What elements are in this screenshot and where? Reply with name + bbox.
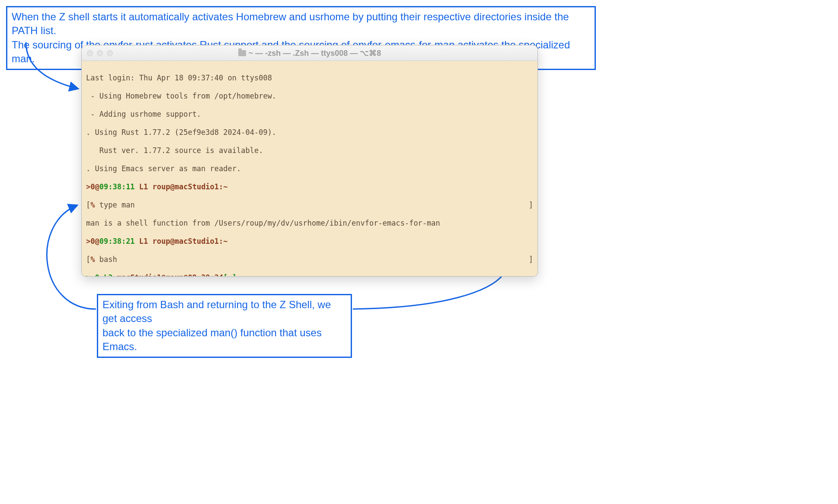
window-titlebar[interactable]: ~ — -zsh — .Zsh — ttys008 — ⌥⌘8 (82, 45, 537, 61)
annotation-bot-line1: Exiting from Bash and returning to the Z… (102, 298, 346, 326)
folder-icon (238, 50, 246, 56)
term-line: Rust ver. 1.77.2 source is available. (86, 146, 533, 155)
term-line: Last login: Thu Apr 18 09:37:40 on ttys0… (86, 73, 533, 83)
terminal-body[interactable]: Last login: Thu Apr 18 09:37:40 on ttys0… (82, 61, 537, 277)
term-bash-prompt: > 0,L2,macStudio1@roup@09:38:24[~] (86, 273, 533, 277)
term-prompt: >0@09:38:21 L1 roup@macStudio1:~ (86, 237, 533, 246)
term-line: . Using Emacs server as man reader. (86, 164, 533, 173)
term-line: . Using Rust 1.77.2 (25ef9e3d8 2024-04-0… (86, 128, 533, 137)
window-title-text: ~ — -zsh — .Zsh — ttys008 — ⌥⌘8 (249, 48, 381, 58)
term-line: - Adding usrhome support. (86, 110, 533, 119)
term-command: [% type man] (86, 201, 533, 210)
term-command: [% bash] (86, 255, 533, 264)
terminal-window: ~ — -zsh — .Zsh — ttys008 — ⌥⌘8 Last log… (81, 45, 538, 277)
annotation-top-line1: When the Z shell starts it automatically… (12, 10, 590, 38)
annotation-bot: Exiting from Bash and returning to the Z… (97, 294, 352, 358)
term-output: man is a shell function from /Users/roup… (86, 219, 533, 228)
term-prompt: >0@09:38:11 L1 roup@macStudio1:~ (86, 182, 533, 191)
window-traffic-lights (87, 50, 113, 56)
annotation-bot-line2: back to the specialized man() function t… (102, 326, 346, 354)
window-zoom-button[interactable] (107, 50, 113, 56)
term-line: - Using Homebrew tools from /opt/homebre… (86, 92, 533, 101)
window-title: ~ — -zsh — .Zsh — ttys008 — ⌥⌘8 (82, 48, 537, 58)
window-close-button[interactable] (87, 50, 93, 56)
window-minimize-button[interactable] (97, 50, 103, 56)
